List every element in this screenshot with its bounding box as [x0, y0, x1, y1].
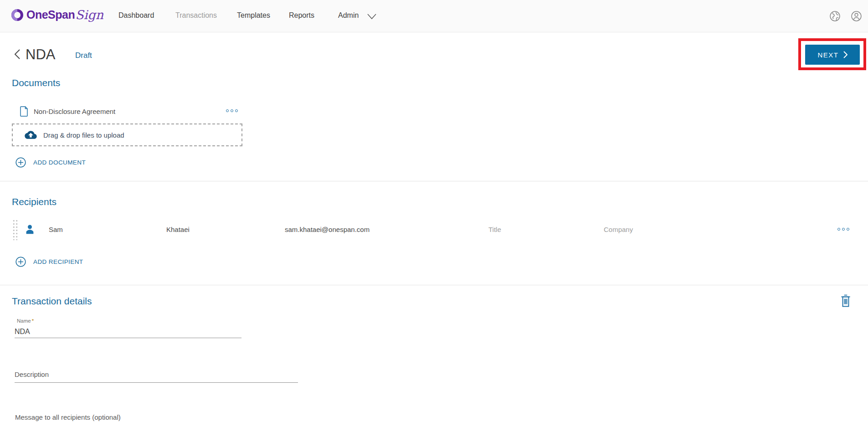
transaction-details-heading: Transaction details [12, 296, 92, 307]
onespan-ring-icon [11, 9, 24, 21]
add-document-label: ADD DOCUMENT [33, 159, 86, 166]
trash-icon[interactable] [840, 294, 852, 307]
documents-heading: Documents [12, 77, 60, 88]
nav-item-admin[interactable]: Admin [338, 11, 359, 20]
required-marker: * [32, 318, 34, 324]
recipient-ellipsis-menu-icon[interactable] [836, 226, 851, 232]
recipient-first-name[interactable]: Sam [49, 226, 63, 233]
cloud-upload-icon [25, 130, 37, 140]
next-button[interactable]: NEXT [805, 45, 860, 65]
top-navigation-bar: OneSpan Sign Dashboard Transactions Temp… [0, 0, 868, 32]
recipient-title-field[interactable]: Title [488, 226, 501, 233]
nav-item-dashboard[interactable]: Dashboard [118, 11, 154, 20]
chevron-right-icon [843, 51, 847, 58]
name-input[interactable] [15, 325, 241, 338]
next-button-label: NEXT [817, 51, 838, 59]
back-chevron-icon[interactable] [14, 49, 21, 60]
name-field-label: Name* [17, 318, 34, 324]
nav-item-transactions[interactable]: Transactions [175, 11, 217, 20]
document-ellipsis-menu-icon[interactable] [224, 108, 240, 114]
file-icon [20, 106, 28, 117]
add-recipient-label: ADD RECIPIENT [33, 258, 83, 265]
user-icon[interactable] [851, 10, 862, 22]
section-divider [0, 181, 868, 181]
add-document-button[interactable]: ADD DOCUMENT [15, 157, 86, 168]
drag-handle[interactable] [12, 219, 18, 240]
dropzone-label: Drag & drop files to upload [43, 131, 124, 139]
page-title: NDA [26, 46, 55, 63]
recipient-company-field[interactable]: Company [604, 226, 633, 233]
recipient-email[interactable]: sam.khataei@onespan.com [285, 226, 370, 233]
file-dropzone[interactable]: Drag & drop files to upload [12, 123, 242, 146]
nav-item-templates[interactable]: Templates [237, 11, 270, 20]
logo-product-text: Sign [75, 8, 103, 22]
message-to-recipients-input[interactable] [15, 410, 298, 424]
document-name: Non-Disclosure Agreement [34, 108, 115, 115]
nav-item-reports[interactable]: Reports [289, 11, 314, 20]
globe-icon[interactable] [829, 10, 841, 22]
recipient-last-name[interactable]: Khataei [166, 226, 190, 233]
chevron-down-icon[interactable] [367, 13, 377, 20]
logo-brand-text: OneSpan [26, 8, 75, 21]
add-recipient-button[interactable]: ADD RECIPIENT [15, 257, 83, 267]
status-draft-link[interactable]: Draft [75, 51, 92, 60]
description-input[interactable] [15, 366, 298, 383]
recipients-heading: Recipients [12, 196, 56, 207]
circled-plus-icon [15, 157, 26, 168]
section-divider [0, 285, 868, 285]
circled-plus-icon [15, 257, 26, 267]
onespan-sign-logo[interactable]: OneSpan Sign [11, 8, 103, 22]
person-icon [24, 223, 36, 235]
